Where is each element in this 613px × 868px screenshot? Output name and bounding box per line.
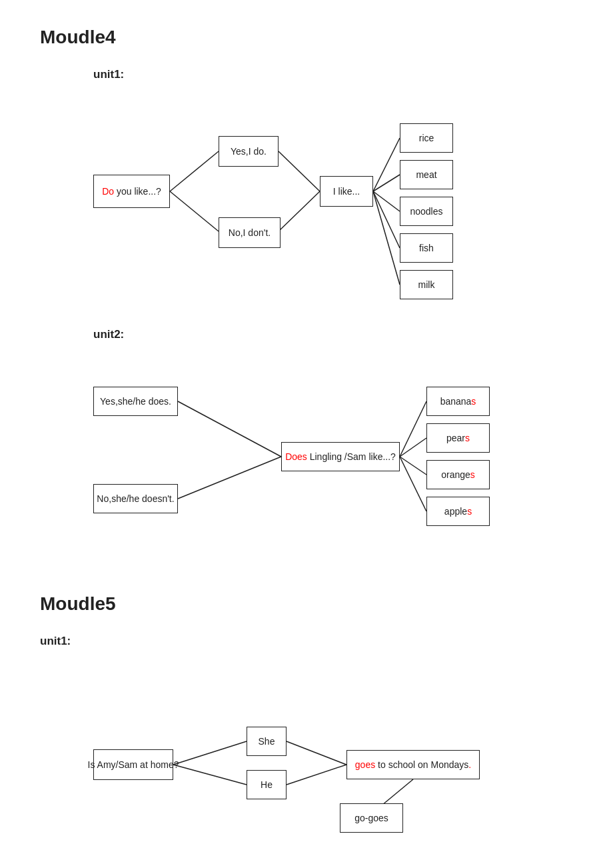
he-box: He <box>247 770 287 799</box>
svg-line-15 <box>173 741 247 765</box>
svg-line-12 <box>400 438 426 457</box>
bananas-s: s <box>471 396 476 407</box>
yes-she-he-box: Yes,she/he does. <box>93 387 178 416</box>
go-goes-box: go-goes <box>340 803 403 833</box>
bananas-box: bananas <box>426 387 490 416</box>
svg-line-11 <box>400 401 426 457</box>
svg-line-14 <box>400 457 426 511</box>
rice-box: rice <box>400 123 453 153</box>
svg-line-2 <box>279 151 320 191</box>
svg-line-7 <box>373 191 400 248</box>
i-like-box: I like... <box>320 176 373 207</box>
unit2-diagram: Yes,she/he does. No,she/he doesn't. Does… <box>40 353 573 553</box>
you-like-text: you like...? <box>117 186 161 197</box>
pears-box: pears <box>426 423 490 453</box>
module5-unit1-label: unit1: <box>40 635 573 648</box>
svg-line-9 <box>178 401 281 457</box>
unit1-label: unit1: <box>93 68 573 81</box>
oranges-box: oranges <box>426 460 490 489</box>
milk-box: milk <box>400 270 453 299</box>
no-i-dont-box: No,I don't. <box>219 217 281 248</box>
svg-line-18 <box>287 765 346 785</box>
svg-line-16 <box>173 765 247 785</box>
svg-line-17 <box>287 741 346 765</box>
no-she-he-box: No,she/he doesn't. <box>93 484 178 513</box>
module4-section: Moudle4 unit1: Do you like...? <box>40 27 573 553</box>
svg-line-6 <box>373 191 400 211</box>
svg-line-1 <box>170 191 219 231</box>
apples-s: s <box>467 506 472 517</box>
do-text: Do <box>102 186 114 197</box>
do-you-like-box: Do you like...? <box>93 175 170 208</box>
module5-title: Moudle5 <box>40 593 573 615</box>
goes-box-border <box>346 750 480 779</box>
svg-line-4 <box>373 138 400 191</box>
module5-section: Moudle5 unit1: Is Amy/Sam at home? She H… <box>40 593 573 861</box>
she-box: She <box>247 727 287 756</box>
apples-box: apples <box>426 497 490 526</box>
oranges-s: s <box>470 469 475 480</box>
module5-unit1-diagram: Is Amy/Sam at home? She He goes to schoo… <box>40 675 573 861</box>
fish-box: fish <box>400 233 453 263</box>
unit2-label: unit2: <box>93 328 573 341</box>
is-amy-sam-box: Is Amy/Sam at home? <box>93 749 173 780</box>
noodles-box: noodles <box>400 197 453 226</box>
yes-i-do-box: Yes,I do. <box>219 136 279 167</box>
svg-line-3 <box>279 191 320 231</box>
module4-title: Moudle4 <box>40 27 573 48</box>
svg-line-0 <box>170 151 219 191</box>
svg-line-10 <box>178 457 281 499</box>
svg-line-8 <box>373 191 400 285</box>
does-lingling-box: Does Lingling /Sam like...? <box>281 442 400 471</box>
meat-box: meat <box>400 160 453 189</box>
unit1-diagram: Do you like...? Yes,I do. No,I don't. I … <box>40 88 573 301</box>
pears-s: s <box>465 433 470 443</box>
svg-line-5 <box>373 175 400 191</box>
svg-line-13 <box>400 457 426 475</box>
does-red-text: Does <box>285 451 307 462</box>
